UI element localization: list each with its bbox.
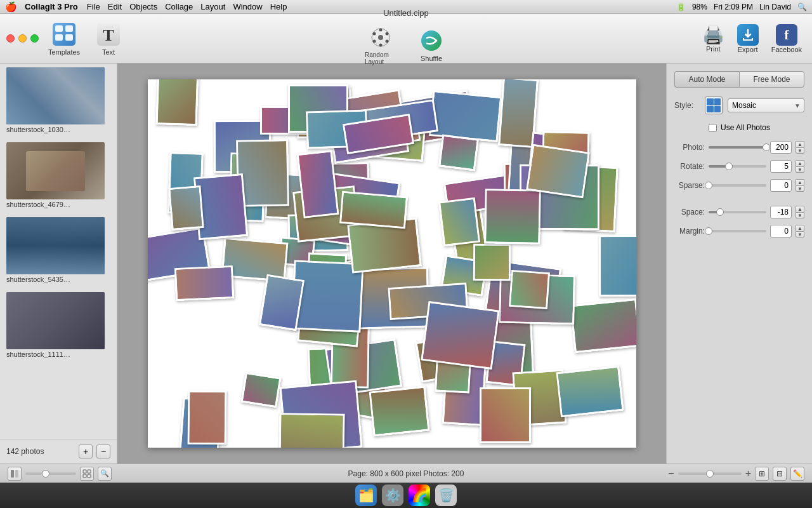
scroll-thumb[interactable] [42, 470, 49, 478]
shuffle-button[interactable]: Shuffle [412, 22, 450, 69]
photo-tile[interactable] [438, 197, 480, 246]
menu-window[interactable]: Window [233, 2, 262, 11]
sidebar-photo-4[interactable]: shutterstock_1111… [0, 288, 117, 363]
space-value: -18 [770, 206, 792, 218]
view-mode-3[interactable]: ✏️ [790, 467, 804, 481]
sidebar-photo-3[interactable]: shutterstock_5435… [0, 213, 117, 288]
photo-tile[interactable] [421, 301, 499, 370]
zoom-thumb[interactable] [706, 470, 714, 478]
zoom-minus-button[interactable]: − [668, 468, 674, 479]
dock-settings[interactable]: ⚙️ [382, 485, 403, 506]
view-mode-1[interactable]: ⊞ [755, 467, 769, 481]
photo-tile[interactable] [556, 365, 624, 417]
templates-button[interactable]: Templates [45, 18, 83, 59]
svg-rect-20 [83, 474, 86, 478]
photo-tile[interactable] [526, 144, 590, 199]
panel-toggle-button[interactable] [8, 467, 22, 481]
facebook-button[interactable]: f Facebook [768, 22, 806, 56]
photo-tile[interactable] [479, 387, 530, 443]
export-button[interactable]: Export [733, 22, 763, 56]
menu-objects[interactable]: Objects [129, 2, 157, 11]
space-decrement[interactable]: ▼ [796, 212, 804, 218]
use-all-photos-label[interactable]: Use All Photos [721, 123, 770, 132]
photo-tile[interactable] [484, 189, 540, 244]
photo-tile[interactable] [174, 265, 235, 301]
margin-increment[interactable]: ▲ [796, 225, 804, 231]
menu-layout[interactable]: Layout [200, 2, 225, 11]
photo-tile[interactable] [296, 150, 339, 218]
text-button[interactable]: T Text [89, 18, 128, 59]
add-photo-button[interactable]: + [79, 444, 93, 458]
photo-tile[interactable] [156, 79, 199, 126]
canvas-area[interactable] [117, 64, 666, 464]
photo-tile[interactable] [339, 190, 408, 229]
toolbar-right: 🖨️ Print Export f Facebook [698, 22, 806, 56]
dock-trash[interactable]: 🗑️ [435, 485, 457, 506]
window-minimize[interactable] [18, 34, 27, 43]
photo-tile[interactable] [570, 298, 636, 353]
zoom-icon-button[interactable]: 🔍 [98, 467, 112, 481]
auto-mode-button[interactable]: Auto Mode [674, 71, 739, 88]
view-fit-button[interactable] [80, 467, 94, 481]
margin-stepper[interactable]: ▲ ▼ [796, 225, 804, 237]
photo-increment[interactable]: ▲ [796, 141, 804, 147]
photo-stepper[interactable]: ▲ ▼ [796, 141, 804, 154]
menu-file[interactable]: File [87, 2, 100, 11]
space-slider[interactable] [709, 211, 766, 213]
scroll-slider[interactable] [25, 472, 76, 475]
sidebar-photo-2[interactable]: shutterstock_4679… [0, 138, 117, 213]
search-icon[interactable]: 🔍 [797, 3, 807, 11]
free-mode-button[interactable]: Free Mode [739, 71, 804, 88]
photo-tile[interactable] [509, 270, 550, 310]
menu-edit[interactable]: Edit [108, 2, 122, 11]
svg-rect-16 [11, 470, 14, 478]
photo-tile[interactable] [429, 90, 502, 142]
margin-slider[interactable] [709, 230, 766, 232]
sparse-decrement[interactable]: ▼ [796, 185, 804, 192]
rotate-increment[interactable]: ▲ [796, 160, 804, 166]
photo-tile[interactable] [259, 274, 304, 331]
rotate-slider[interactable] [709, 165, 766, 168]
sparse-slider[interactable] [709, 184, 766, 187]
photo-slider[interactable] [709, 146, 766, 149]
use-all-photos-checkbox[interactable] [709, 124, 717, 132]
photo-decrement[interactable]: ▼ [796, 147, 804, 154]
remove-photo-button[interactable]: − [96, 444, 110, 458]
document-title: Untitled.cipp [383, 8, 429, 18]
random-layout-button[interactable]: Random Layout [362, 22, 400, 69]
photo-tile[interactable] [188, 390, 227, 444]
print-button[interactable]: 🖨️ Print [698, 22, 728, 56]
photo-tile[interactable] [473, 244, 511, 281]
menu-collage[interactable]: Collage [165, 2, 193, 11]
rotate-stepper[interactable]: ▲ ▼ [796, 160, 804, 173]
rotate-decrement[interactable]: ▼ [796, 166, 804, 173]
sparse-stepper[interactable]: ▲ ▼ [796, 179, 804, 192]
space-stepper[interactable]: ▲ ▼ [796, 206, 804, 218]
zoom-slider[interactable] [678, 472, 742, 475]
margin-decrement[interactable]: ▼ [796, 231, 804, 237]
window-maximize[interactable] [30, 34, 39, 43]
margin-value: 0 [770, 225, 792, 237]
photo-tile[interactable] [369, 385, 430, 436]
dock-color[interactable]: 🌈 [409, 485, 430, 506]
sparse-increment[interactable]: ▲ [796, 179, 804, 185]
style-select[interactable]: Mosaic Grid Stack [728, 98, 804, 112]
zoom-plus-button[interactable]: + [745, 468, 751, 479]
svg-rect-19 [88, 470, 91, 473]
photo-tile[interactable] [278, 413, 344, 448]
sidebar-photo-1[interactable]: shutterstock_1030… [0, 64, 117, 138]
collage-canvas[interactable] [148, 79, 636, 448]
window-close[interactable] [6, 34, 15, 43]
photo-tile[interactable] [598, 235, 636, 297]
dock-finder[interactable]: 🗂️ [355, 485, 377, 506]
apple-menu[interactable]: 🍎 [5, 1, 17, 13]
use-all-photos-row: Use All Photos [674, 123, 804, 132]
photo-tile[interactable] [169, 185, 204, 231]
style-label: Style: [674, 101, 700, 110]
photo-tile[interactable] [241, 372, 282, 408]
view-mode-2[interactable]: ⊟ [773, 467, 787, 481]
space-increment[interactable]: ▲ [796, 206, 804, 212]
menu-help[interactable]: Help [270, 2, 287, 11]
photo-tile[interactable] [438, 134, 479, 171]
svg-point-14 [373, 32, 376, 36]
